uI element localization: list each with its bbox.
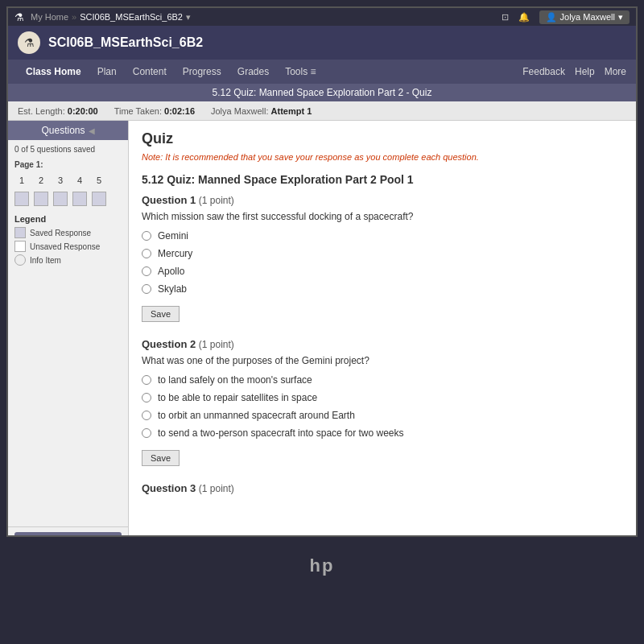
q1-text: Which mission saw the first successful d…	[142, 211, 623, 222]
q-num-1[interactable]: 1	[14, 173, 29, 188]
quiz-info-bar: Est. Length: 0:20:00 Time Taken: 0:02:16…	[8, 101, 636, 121]
nav-right: Feedback Help More	[522, 66, 626, 77]
question-2-block: Question 2 (1 point) What was one of the…	[142, 338, 623, 466]
os-bar-right: ⊡ 🔔 👤 Jolya Maxwell ▾	[502, 10, 630, 24]
nav-feedback[interactable]: Feedback	[522, 66, 565, 77]
q-icon-5	[92, 192, 106, 206]
q1-radio-1[interactable]	[142, 231, 151, 241]
q1-option-4-label: Skylab	[158, 283, 187, 295]
quiz-content: Quiz Note: It is recommended that you sa…	[129, 121, 636, 537]
os-icon-2: 🔔	[518, 12, 530, 23]
est-length-value: 0:20:00	[68, 106, 98, 116]
q-icon-2	[34, 192, 48, 206]
q2-option-3-label: to orbit an unmanned spacecraft around E…	[158, 410, 355, 421]
questions-button[interactable]: Questions ◀	[8, 121, 128, 140]
app-icon: ⚗	[14, 11, 24, 23]
q-num-3[interactable]: 3	[53, 173, 68, 188]
app-logo: ⚗	[18, 31, 40, 54]
saved-icon	[14, 227, 26, 238]
nav-more[interactable]: More	[605, 66, 626, 77]
nav-progress[interactable]: Progress	[175, 61, 229, 82]
os-bar: ⚗ My Home » SCI06B_MSEarthSci_6B2 ▾ ⊡ 🔔 …	[8, 8, 636, 26]
q1-option-3[interactable]: Apollo	[142, 266, 623, 277]
time-taken-value: 0:02:16	[164, 106, 195, 116]
question-icons	[8, 190, 128, 208]
nav-plan[interactable]: Plan	[89, 61, 125, 82]
q2-option-1-label: to land safely on the moon's surface	[158, 374, 312, 386]
question-1-title: Question 1 (1 point)	[142, 194, 623, 206]
q1-option-2[interactable]: Mercury	[142, 248, 623, 259]
breadcrumb: My Home » SCI06B_MSEarthSci_6B2 ▾	[31, 12, 191, 23]
nav-help[interactable]: Help	[575, 66, 595, 77]
question-3-title: Question 3 (1 point)	[142, 482, 623, 494]
os-icon-1: ⊡	[502, 12, 509, 23]
quiz-title-bar: 5.12 Quiz: Manned Space Exploration Part…	[8, 84, 636, 101]
saved-count: 0 of 5 questions saved	[8, 140, 128, 159]
q1-radio-4[interactable]	[142, 284, 151, 294]
q1-points: (1 point)	[199, 195, 234, 206]
legend-saved: Saved Response	[14, 227, 122, 238]
q1-radio-3[interactable]	[142, 266, 151, 276]
quiz-note: Note: It is recommended that you save yo…	[142, 152, 623, 162]
collapse-arrow[interactable]: ◀	[89, 126, 95, 135]
course-link[interactable]: SCI06B_MSEarthSci_6B2	[80, 12, 183, 22]
q2-number: Question 2	[142, 338, 196, 350]
q2-option-3[interactable]: to orbit an unmanned spacecraft around E…	[142, 410, 623, 421]
monitor-bottom: hp	[0, 537, 644, 596]
q3-points: (1 point)	[199, 483, 234, 494]
legend-title: Legend	[14, 214, 122, 224]
legend-unsaved: Unsaved Response	[14, 241, 122, 252]
q2-text: What was one of the purposes of the Gemi…	[142, 355, 623, 366]
q1-number: Question 1	[142, 194, 196, 206]
q2-points: (1 point)	[199, 339, 234, 350]
nav-grades[interactable]: Grades	[229, 61, 277, 82]
q-num-4[interactable]: 4	[72, 173, 87, 188]
nav-content[interactable]: Content	[125, 61, 175, 82]
q2-option-2[interactable]: to be able to repair satellites in space	[142, 392, 623, 403]
user-menu-button[interactable]: 👤 Jolya Maxwell ▾	[539, 10, 630, 24]
q2-option-2-label: to be able to repair satellites in space	[158, 392, 317, 403]
nav-bar: Class Home Plan Content Progress Grades …	[8, 60, 636, 84]
main-content: Questions ◀ 0 of 5 questions saved Page …	[8, 121, 636, 537]
course-arrow[interactable]: ▾	[186, 12, 191, 23]
saved-label: Saved Response	[30, 229, 91, 237]
q2-radio-1[interactable]	[142, 375, 151, 385]
quiz-heading: Quiz	[142, 130, 623, 147]
q-icon-4	[72, 192, 87, 206]
nav-left: Class Home Plan Content Progress Grades …	[18, 61, 324, 82]
q-icon-3	[53, 192, 68, 206]
q-num-5[interactable]: 5	[92, 173, 106, 188]
user-dropdown-arrow: ▾	[618, 12, 623, 23]
info-icon	[14, 254, 26, 266]
attempt-value: Attempt 1	[271, 106, 312, 116]
q1-radio-2[interactable]	[142, 249, 151, 258]
nav-tools[interactable]: Tools ≡	[277, 61, 324, 82]
user-label: Jolya Maxwell:	[211, 106, 269, 116]
q2-save-button[interactable]: Save	[142, 450, 180, 466]
q-num-2[interactable]: 2	[34, 173, 48, 188]
q3-number: Question 3	[142, 482, 196, 494]
breadcrumb-separator: »	[72, 12, 76, 22]
home-link[interactable]: My Home	[31, 12, 68, 22]
q2-option-1[interactable]: to land safely on the moon's surface	[142, 374, 623, 386]
q1-option-4[interactable]: Skylab	[142, 283, 623, 295]
user-name: Jolya Maxwell	[560, 12, 615, 22]
question-numbers: 1 2 3 4 5	[8, 171, 128, 190]
q2-radio-3[interactable]	[142, 411, 151, 420]
est-length-label: Est. Length:	[18, 106, 65, 116]
q1-option-2-label: Mercury	[158, 248, 192, 259]
app-title: SCI06B_MSEarthSci_6B2	[48, 35, 203, 50]
q2-option-4-label: to send a two-person spacecraft into spa…	[158, 427, 404, 439]
nav-class-home[interactable]: Class Home	[18, 61, 89, 82]
q2-option-4[interactable]: to send a two-person spacecraft into spa…	[142, 427, 623, 439]
q1-option-1[interactable]: Gemini	[142, 230, 623, 242]
q1-save-button[interactable]: Save	[142, 306, 180, 322]
app-header: ⚗ SCI06B_MSEarthSci_6B2	[8, 26, 636, 60]
q2-radio-4[interactable]	[142, 428, 151, 438]
legend-info: Info Item	[14, 254, 122, 266]
q2-radio-2[interactable]	[142, 393, 151, 402]
unsaved-label: Unsaved Response	[30, 242, 100, 251]
question-2-title: Question 2 (1 point)	[142, 338, 623, 350]
questions-label: Questions	[41, 125, 85, 136]
quiz-title-text: 5.12 Quiz: Manned Space Exploration Part…	[213, 87, 432, 98]
